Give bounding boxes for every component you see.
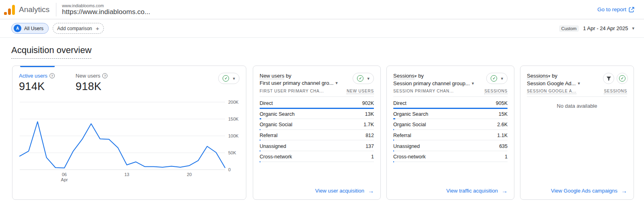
row-bar-track [393,161,508,162]
table-row: Unassigned635 [393,141,508,152]
new-users-value: 918K [76,80,107,93]
row-bar [260,161,260,162]
dimension-label: Session primary channel group... [393,80,470,87]
view-google-ads-campaigns-link[interactable]: View Google Ads campaigns → [551,187,627,194]
metric-column-header[interactable]: SESSIONS [484,89,508,94]
channel-label: Referral [260,133,277,138]
property-url: https://www.indiablooms.co... [62,8,150,16]
metric-value: 905K [496,100,508,106]
metric-selector[interactable]: New users [260,73,284,79]
channel-label: Unassigned [393,144,420,149]
channel-table: Direct902KOrganic Search13KOrganic Socia… [260,98,374,162]
data-quality-menu[interactable]: ✓ [617,73,628,84]
view-traffic-acquisition-link[interactable]: View traffic acquisition → [446,187,508,194]
channel-label: Referral [393,133,411,138]
svg-text:20: 20 [187,172,192,177]
dimension-label: Session Google Ad... [527,80,576,87]
table-row: Referral1.1K [393,130,508,141]
metric-value: 635 [499,144,508,149]
metric-column-header[interactable]: NEW USERS [347,89,374,94]
chevron-down-icon: ▾ [336,80,338,86]
logo-dot [4,12,7,15]
all-users-chip[interactable]: A All Users [11,23,49,34]
segment-bar: A All Users Add comparison + Custom 1 Ap… [0,19,644,38]
channel-label: Unassigned [260,144,286,149]
channel-label: Organic Social [393,122,426,127]
dimension-column-header: SESSION PRIMARY CHAN... [393,89,454,94]
help-icon[interactable]: ? [102,73,107,78]
active-users-line-chart: 050K100K150K200K06Apr1320 [19,100,241,183]
active-tab-indicator [20,66,55,67]
logo-bar-mid [8,8,11,15]
by-text: by [418,73,424,79]
metric-selector[interactable]: Sessions [393,73,415,79]
app-name: Analytics [19,5,50,14]
svg-text:13: 13 [124,172,129,177]
go-to-report-label: Go to report [597,6,626,12]
channel-label: Direct [393,100,407,106]
new-users-by-channel-card: New users by First user primary channel … [253,66,381,200]
row-bar [393,161,394,162]
arrow-right-icon: → [368,187,374,194]
channel-table: Direct905KOrganic Search15KOrganic Socia… [393,98,508,162]
table-row: Organic Social1.7K [260,119,374,130]
table-row: Direct902K [260,98,374,109]
add-comparison-label: Add comparison [57,26,92,31]
overview-cards: Active users ? 914K New users ? 918K ✓ ▾… [0,66,644,200]
help-icon[interactable]: ? [50,73,55,78]
data-quality-check-icon: ✓ [357,75,363,82]
metric-value: 137 [365,144,374,149]
arrow-right-icon: → [502,187,508,194]
metric-value: 13K [365,111,374,117]
data-quality-menu[interactable]: ✓ ▾ [218,73,239,84]
data-quality-menu[interactable]: ✓ ▾ [353,73,374,84]
active-users-label: Active users [19,73,47,79]
filter-button[interactable] [603,73,614,84]
no-data-message: No data available [520,103,634,109]
metric-value: 1.1K [497,133,508,138]
view-user-acquisition-link[interactable]: View user acquisition → [315,187,374,194]
table-row: Organic Search15K [393,109,508,120]
go-to-report-link[interactable]: Go to report [597,6,634,12]
row-bar-track [260,161,374,162]
date-range-value: 1 Apr - 24 Apr 2025 [583,25,628,31]
metric-value: 1.7K [363,122,374,127]
tab-new-users[interactable]: New users ? 918K [76,73,107,93]
table-row: Cross-network1 [260,152,374,162]
svg-text:Apr: Apr [61,177,68,182]
channel-label: Cross-network [393,154,426,160]
svg-text:06: 06 [62,172,67,177]
dimension-selector[interactable]: Session primary channel group... ▾ [393,80,490,87]
dimension-column-header: SESSION GOOGLE A... [527,89,576,94]
metric-value: 812 [365,133,374,138]
page-title: Acquisition overview [11,45,91,59]
metric-value: 15K [499,111,508,117]
svg-text:150K: 150K [228,117,239,121]
svg-text:50K: 50K [228,150,236,155]
sessions-by-channel-card: Sessions▾ by Session primary channel gro… [386,66,514,200]
chevron-down-icon: ▾ [415,74,417,78]
table-row: Referral812 [260,130,374,141]
data-quality-menu[interactable]: ✓ ▾ [486,73,508,84]
metric-value: 1 [505,154,508,160]
chevron-down-icon: ▾ [233,76,235,81]
channel-label: Organic Search [260,111,295,117]
tab-active-users[interactable]: Active users ? 914K [19,73,55,93]
table-row: Direct905K [393,98,508,109]
metric-value: 902K [362,100,374,106]
data-quality-check-icon: ✓ [619,75,625,82]
date-picker-caret-icon[interactable]: ▾ [632,26,634,31]
by-text: by [286,73,291,79]
add-comparison-chip[interactable]: Add comparison + [53,23,103,34]
property-selector[interactable]: www.indiablooms.com https://www.indiablo… [62,3,150,16]
users-over-time-card: Active users ? 914K New users ? 918K ✓ ▾… [12,66,246,200]
channel-label: Cross-network [260,154,292,160]
channel-label: Organic Search [393,111,428,117]
metric-selector[interactable]: Sessions [527,73,548,79]
metric-value: 2.6K [497,122,508,127]
logo-bar-tall [12,5,15,15]
svg-text:200K: 200K [228,100,239,105]
plus-icon: + [96,25,99,32]
dimension-selector[interactable]: Session Google Ad... ▾ [527,80,609,87]
dimension-selector[interactable]: First user primary channel gro... ▾ [260,80,356,86]
